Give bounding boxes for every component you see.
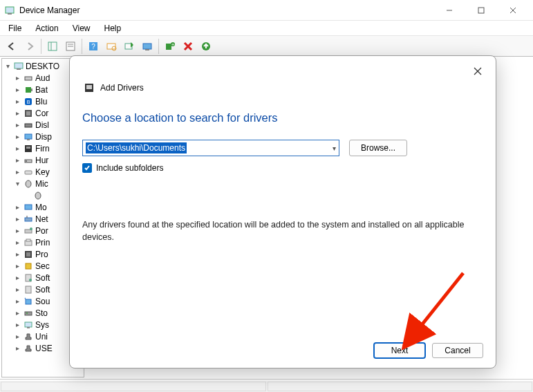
- menu-action[interactable]: Action: [30, 22, 64, 35]
- device-category-icon: [23, 178, 34, 189]
- svg-point-52: [29, 279, 32, 281]
- expand-icon[interactable]: ▸: [13, 250, 21, 258]
- next-button[interactable]: Next: [374, 343, 425, 358]
- svg-rect-24: [25, 77, 32, 80]
- expand-icon[interactable]: ▸: [13, 121, 21, 129]
- svg-rect-33: [27, 139, 30, 140]
- toolbar: ? +: [0, 36, 533, 57]
- expand-icon[interactable]: ▸: [13, 333, 21, 340]
- svg-rect-16: [143, 44, 151, 49]
- tree-item-label: Soft: [35, 285, 50, 295]
- minimize-button[interactable]: [433, 0, 465, 21]
- svg-rect-55: [25, 312, 32, 315]
- include-subfolders-checkbox[interactable]: [82, 163, 92, 173]
- expand-icon[interactable]: ▸: [13, 133, 21, 140]
- device-category-icon: [23, 225, 34, 236]
- device-category-icon: [23, 284, 34, 295]
- svg-rect-30: [26, 111, 30, 115]
- add-driver-icon[interactable]: +: [162, 38, 178, 55]
- statusbar: [0, 380, 533, 392]
- driver-path-combobox[interactable]: C:\Users\sukhi\Documents ▾: [82, 140, 339, 156]
- show-hide-tree-icon[interactable]: [44, 38, 61, 55]
- uninstall-device-icon[interactable]: [139, 38, 156, 55]
- device-category-icon: [23, 131, 34, 142]
- disable-device-icon[interactable]: [180, 38, 196, 55]
- svg-text:+: +: [171, 41, 175, 48]
- expand-icon[interactable]: ▸: [13, 227, 21, 234]
- device-category-icon: [23, 214, 34, 225]
- expand-icon[interactable]: ▸: [13, 203, 21, 211]
- menu-help[interactable]: Help: [99, 22, 127, 35]
- browse-button[interactable]: Browse...: [349, 140, 407, 156]
- menu-file[interactable]: File: [3, 22, 27, 35]
- tree-item-label: Sys: [35, 320, 49, 330]
- device-category-icon: [23, 202, 34, 213]
- dialog-info-text: Any drivers found at the specified locat…: [82, 218, 469, 243]
- dialog-close-button[interactable]: [468, 62, 487, 81]
- expand-icon[interactable]: ▸: [13, 239, 21, 246]
- device-category-icon: [23, 343, 34, 354]
- expand-icon[interactable]: ▸: [13, 321, 21, 328]
- app-icon: [4, 5, 15, 16]
- properties-icon[interactable]: [62, 38, 79, 55]
- chevron-down-icon[interactable]: ▾: [333, 144, 336, 152]
- collapse-icon[interactable]: ▾: [3, 62, 12, 70]
- expand-icon[interactable]: ▸: [13, 297, 21, 305]
- expand-icon[interactable]: ▸: [13, 97, 21, 105]
- svg-rect-26: [31, 88, 32, 91]
- dialog-subtitle: Choose a location to search for drivers: [82, 111, 483, 124]
- expand-icon[interactable]: ▸: [13, 274, 21, 281]
- svg-rect-47: [26, 239, 30, 241]
- tree-item-label: Disl: [35, 120, 49, 130]
- device-category-icon: [23, 108, 34, 119]
- close-button[interactable]: [497, 0, 529, 21]
- dialog-title: Add Drivers: [100, 83, 144, 93]
- expand-icon[interactable]: ▸: [13, 215, 21, 223]
- svg-point-40: [35, 192, 41, 199]
- svg-rect-42: [25, 218, 32, 221]
- expand-icon[interactable]: ▸: [13, 144, 21, 152]
- svg-rect-54: [26, 299, 31, 304]
- maximize-button[interactable]: [465, 0, 497, 21]
- tree-item-label: Sec: [35, 261, 50, 271]
- include-subfolders-label: Include subfolders: [96, 163, 163, 173]
- device-category-icon: [23, 261, 34, 272]
- forward-icon[interactable]: [21, 38, 38, 55]
- back-icon[interactable]: [3, 38, 20, 55]
- help-icon[interactable]: ?: [85, 38, 102, 55]
- expand-icon[interactable]: ▸: [13, 156, 21, 164]
- expand-icon[interactable]: ▸: [13, 262, 21, 270]
- tree-item-label: Mic: [35, 179, 48, 189]
- svg-rect-3: [478, 8, 484, 13]
- menu-view[interactable]: View: [67, 22, 96, 35]
- tree-item-label: Disp: [35, 132, 52, 142]
- tree-item-label: Firn: [35, 144, 50, 153]
- device-category-icon: [23, 272, 34, 283]
- expand-icon[interactable]: ▸: [13, 309, 21, 317]
- tree-item-label: Uni: [35, 332, 48, 342]
- expand-icon[interactable]: ▸: [13, 109, 21, 117]
- svg-rect-22: [15, 63, 23, 68]
- svg-rect-32: [25, 134, 32, 139]
- device-category-icon: [23, 120, 34, 131]
- svg-rect-50: [26, 263, 31, 269]
- expand-icon[interactable]: ▸: [13, 286, 21, 293]
- device-category-icon: B: [23, 96, 34, 107]
- expand-icon[interactable]: ▸: [13, 86, 21, 93]
- scan-hardware-icon[interactable]: [103, 38, 120, 55]
- expand-icon[interactable]: ▸: [13, 168, 21, 176]
- device-category-icon: [23, 84, 34, 95]
- tree-item-label: Cor: [35, 109, 48, 118]
- svg-point-39: [26, 180, 31, 187]
- expand-icon[interactable]: ▾: [13, 180, 21, 187]
- expand-icon[interactable]: ▸: [13, 74, 21, 82]
- cancel-button[interactable]: Cancel: [432, 343, 483, 358]
- enable-device-icon[interactable]: [198, 38, 214, 55]
- update-driver-icon[interactable]: [121, 38, 138, 55]
- svg-rect-17: [145, 49, 149, 50]
- svg-rect-57: [25, 322, 32, 327]
- menubar: File Action View Help: [0, 21, 533, 36]
- expand-icon[interactable]: ▸: [13, 344, 21, 352]
- svg-text:B: B: [27, 100, 30, 104]
- svg-text:?: ?: [91, 43, 95, 50]
